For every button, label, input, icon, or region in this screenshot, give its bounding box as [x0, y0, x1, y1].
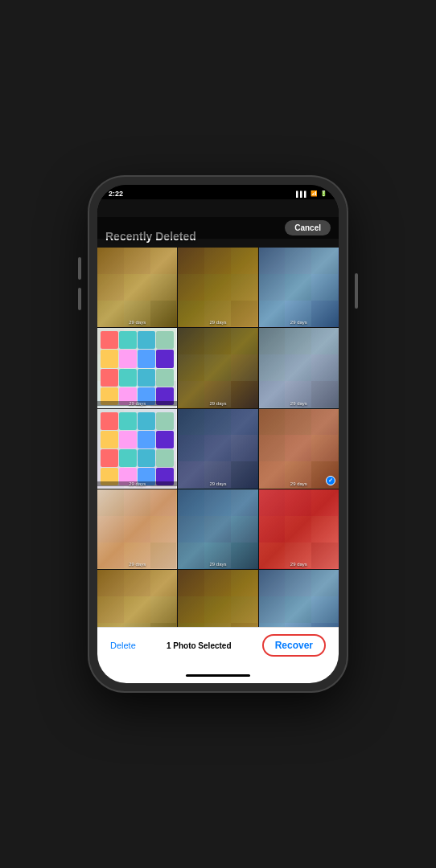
photo-cell-5[interactable]: 29 days	[178, 328, 257, 407]
photo-cell-1[interactable]: 29 days	[97, 248, 177, 327]
photo-cell-13[interactable]: 29 days	[97, 570, 177, 627]
top-bar: Cancel	[97, 217, 339, 239]
status-time: 2:22	[109, 190, 123, 198]
battery-icon: 🔋	[320, 190, 327, 197]
cancel-button[interactable]: Cancel	[285, 220, 331, 235]
phone-frame: 2:22 ▌▌▌ 📶 🔋 Recently Deleted Cancel 29 …	[89, 177, 347, 691]
photo-cell-10[interactable]: 29 days	[97, 489, 177, 569]
days-label: 29 days	[97, 562, 177, 567]
selected-indicator	[326, 476, 335, 485]
days-label: 29 days	[178, 562, 257, 567]
photo-area: Recently Deleted Cancel 29 days29 days29…	[97, 199, 339, 627]
selected-count: 1 Photo Selected	[167, 641, 232, 650]
photo-cell-11[interactable]: 29 days	[178, 489, 257, 569]
days-label: 29 days	[259, 320, 339, 325]
wifi-icon: 📶	[311, 190, 318, 197]
bottom-toolbar: Delete 1 Photo Selected Recover	[97, 627, 339, 671]
volume-up-button[interactable]	[78, 257, 81, 280]
days-label: 29 days	[259, 562, 339, 567]
status-bar: 2:22 ▌▌▌ 📶 🔋	[97, 185, 339, 199]
photo-cell-9[interactable]: 29 days	[259, 409, 339, 489]
recover-button[interactable]: Recover	[262, 634, 326, 657]
photo-cell-2[interactable]: 29 days	[178, 248, 257, 327]
days-label: 29 days	[178, 401, 257, 406]
photo-cell-7[interactable]: 29 days	[97, 409, 177, 489]
volume-down-button[interactable]	[78, 288, 81, 310]
power-button[interactable]	[355, 273, 358, 309]
days-label: 29 days	[178, 320, 257, 325]
days-label: 29 days	[178, 481, 257, 486]
delete-button[interactable]: Delete	[110, 641, 136, 650]
photo-cell-12[interactable]: 29 days	[259, 489, 339, 569]
home-indicator-area	[97, 671, 339, 683]
photo-cell-6[interactable]: 29 days	[259, 328, 339, 407]
signal-icon: ▌▌▌	[296, 191, 308, 197]
photo-cell-8[interactable]: 29 days	[178, 409, 257, 489]
photo-cell-3[interactable]: 29 days	[259, 248, 339, 327]
photo-cell-4[interactable]: 29 days	[97, 328, 177, 407]
days-label: 29 days	[97, 320, 177, 325]
home-bar[interactable]	[186, 674, 250, 677]
photo-grid: 29 days29 days29 days29 days29 days29 da…	[97, 199, 339, 627]
phone-screen: 2:22 ▌▌▌ 📶 🔋 Recently Deleted Cancel 29 …	[97, 185, 339, 683]
photo-cell-14[interactable]: 29 days	[178, 570, 257, 627]
days-label: 29 days	[259, 401, 339, 406]
status-icons: ▌▌▌ 📶 🔋	[296, 190, 327, 197]
photo-cell-15[interactable]: 29 days	[259, 570, 339, 627]
